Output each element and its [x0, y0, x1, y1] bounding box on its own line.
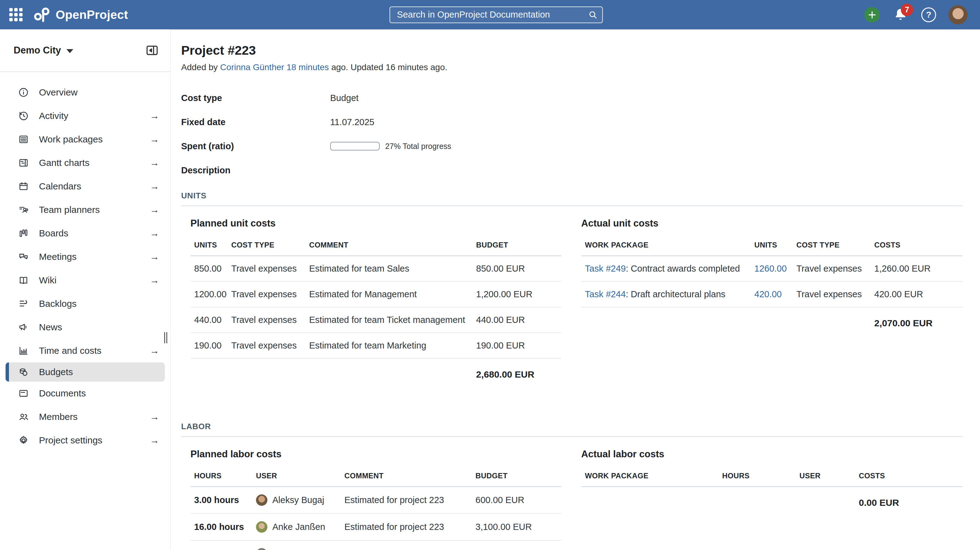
arrow-right-icon: → [150, 181, 159, 192]
user-name: Cyril Dupont [272, 549, 322, 550]
table-header-row: UNITS COST TYPE COMMENT BUDGET [191, 238, 562, 256]
actual-labor-costs-table: WORK PACKAGE HOURS USER COSTS 0.00 EUR [581, 469, 963, 515]
sidebar-item-wiki[interactable]: Wiki → [0, 269, 170, 292]
fixed-date-label: Fixed date [181, 117, 330, 127]
table-row: 440.00 Travel expenses Estimated for tea… [191, 307, 562, 333]
sidebar-item-calendars[interactable]: Calendars → [0, 175, 170, 198]
table-row: 190.00 Travel expenses Estimated for tea… [191, 333, 562, 359]
sidebar-item-project-settings[interactable]: Project settings → [0, 429, 170, 452]
bar-chart-icon [18, 345, 30, 356]
planned-unit-costs-title: Planned unit costs [191, 218, 562, 229]
avatar [256, 548, 267, 550]
arrow-right-icon: → [150, 275, 159, 286]
table-row: 3.00 hours Aleksy Bugaj Estimated for pr… [191, 487, 562, 514]
project-selector[interactable]: Demo City [14, 45, 73, 56]
table-header-row: WORK PACKAGE UNITS COST TYPE COSTS [581, 238, 963, 256]
fixed-date-value: 11.07.2025 [330, 117, 963, 127]
arrow-right-icon: → [150, 345, 159, 356]
sidebar-item-work-packages[interactable]: Work packages → [0, 128, 170, 151]
author-link[interactable]: Corinna Günther 18 minutes [220, 62, 329, 72]
global-add-button[interactable] [864, 7, 880, 22]
sidebar: Demo City Overview [0, 29, 171, 550]
table-row: 1200.00 Travel expenses Estimated for Ma… [191, 282, 562, 307]
sidebar-item-news[interactable]: News [0, 315, 170, 339]
planned-unit-costs-table: UNITS COST TYPE COMMENT BUDGET 850.00 Tr… [191, 238, 562, 387]
app-window: OpenProject [0, 0, 980, 550]
spent-ratio-label: Spent (ratio) [181, 141, 330, 151]
planned-labor-costs-table: HOURS USER COMMENT BUDGET 3.00 hours Ale… [191, 469, 562, 550]
help-icon[interactable]: ? [921, 7, 936, 22]
table-total-row: 2,070.00 EUR [581, 307, 963, 336]
notifications-bell-icon[interactable]: 7 [892, 6, 909, 24]
sidebar-resize-handle[interactable] [164, 332, 169, 343]
openproject-logo-icon [33, 6, 51, 24]
arrow-right-icon: → [150, 111, 159, 121]
units-link[interactable]: 1260.00 [754, 264, 787, 274]
avatar [256, 521, 267, 533]
calendar-icon [18, 181, 30, 192]
members-icon [18, 411, 30, 422]
user-avatar[interactable] [948, 5, 967, 24]
arrow-right-icon: → [150, 228, 159, 238]
sidebar-item-backlogs[interactable]: Backlogs [0, 292, 170, 315]
sidebar-item-members[interactable]: Members → [0, 405, 170, 429]
planned-labor-costs-section: Planned labor costs HOURS USER COMMENT B… [191, 449, 562, 550]
chevron-down-icon [67, 49, 73, 53]
actual-unit-costs-section: Actual unit costs WORK PACKAGE UNITS COS… [581, 218, 963, 387]
news-megaphone-icon [18, 322, 30, 333]
actual-labor-total: 0.00 EUR [859, 487, 963, 515]
cost-type-value: Budget [330, 93, 963, 103]
work-package-link[interactable]: Task #244 [585, 289, 626, 299]
product-name: OpenProject [56, 8, 128, 22]
search-input[interactable] [390, 6, 603, 23]
progress-label: 27% Total progress [385, 142, 451, 151]
units-section-divider [181, 205, 963, 206]
backlogs-icon [18, 298, 30, 309]
sidebar-item-gantt-charts[interactable]: Gantt charts → [0, 151, 170, 175]
arrow-right-icon: → [150, 134, 159, 145]
search-icon[interactable] [588, 10, 598, 21]
table-row: Task #244: Draft architectural plans 420… [581, 282, 963, 307]
notification-count-badge: 7 [901, 4, 913, 16]
table-row: 850.00 Travel expenses Estimated for tea… [191, 256, 562, 282]
sidebar-item-team-planners[interactable]: Team planners → [0, 198, 170, 221]
table-header-row: HOURS USER COMMENT BUDGET [191, 469, 562, 487]
sidebar-item-overview[interactable]: Overview [0, 81, 170, 104]
table-row: 8.00 hours Cyril Dupont Estimated for pr… [191, 541, 562, 550]
arrow-right-icon: → [150, 251, 159, 262]
planned-labor-costs-title: Planned labor costs [191, 449, 562, 460]
meetings-icon [18, 251, 30, 262]
sidebar-menu: Overview Activity → Work packages → Gant… [0, 72, 170, 452]
gantt-chart-icon [18, 157, 30, 168]
units-link[interactable]: 420.00 [754, 289, 782, 299]
apps-grid-icon[interactable] [9, 8, 23, 22]
sidebar-item-meetings[interactable]: Meetings → [0, 245, 170, 269]
planned-units-total: 2,680.00 EUR [476, 359, 562, 387]
work-packages-icon [18, 134, 30, 145]
boards-icon [18, 228, 30, 239]
sidebar-item-documents[interactable]: Documents [0, 382, 170, 405]
arrow-right-icon: → [150, 412, 159, 422]
table-row: 16.00 hours Anke Janßen Estimated for pr… [191, 514, 562, 541]
collapse-sidebar-icon[interactable] [145, 43, 159, 57]
work-package-link[interactable]: Task #249 [585, 264, 626, 274]
sidebar-item-activity[interactable]: Activity → [0, 104, 170, 128]
sidebar-item-time-and-costs[interactable]: Time and costs → [0, 339, 170, 362]
sidebar-item-budgets[interactable]: Budgets [6, 362, 165, 382]
actual-unit-costs-table: WORK PACKAGE UNITS COST TYPE COSTS Task … [581, 238, 963, 336]
page-meta: Added by Corinna Günther 18 minutes ago.… [181, 62, 963, 72]
history-icon [18, 110, 30, 121]
team-planner-icon [18, 204, 30, 215]
documents-icon [18, 388, 30, 399]
project-name: Demo City [14, 45, 61, 56]
sidebar-item-boards[interactable]: Boards → [0, 221, 170, 245]
main-content: Project #223 Added by Corinna Günther 18… [171, 29, 980, 550]
table-header-row: WORK PACKAGE HOURS USER COSTS [581, 469, 963, 487]
arrow-right-icon: → [150, 435, 159, 445]
wiki-book-icon [18, 275, 30, 286]
openproject-logo[interactable]: OpenProject [33, 6, 128, 24]
table-total-row: 2,680.00 EUR [191, 359, 562, 387]
arrow-right-icon: → [150, 205, 159, 215]
arrow-right-icon: → [150, 157, 159, 168]
planned-unit-costs-section: Planned unit costs UNITS COST TYPE COMME… [191, 218, 562, 387]
